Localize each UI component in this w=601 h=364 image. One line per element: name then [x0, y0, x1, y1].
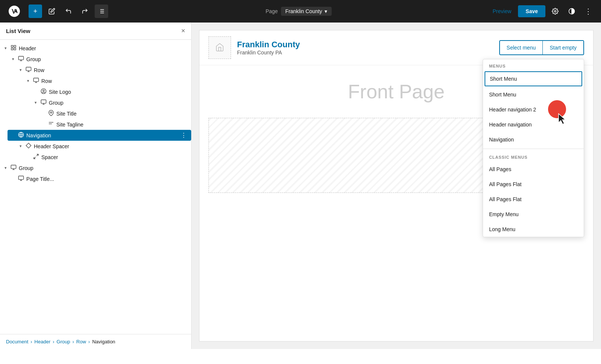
sidebar: List View × ▾ Header ▾ Group	[0, 23, 192, 349]
dropdown-item-empty-menu[interactable]: Empty Menu	[483, 207, 584, 222]
tree-item-spacer[interactable]: ▾ Spacer	[23, 152, 191, 162]
wp-logo	[6, 3, 23, 20]
chevron-icon: ▾	[3, 165, 8, 170]
tree-label: Group	[49, 100, 188, 106]
sidebar-header: List View ×	[0, 23, 191, 40]
tree-label: Site Logo	[49, 89, 188, 95]
chevron-icon: ▾	[3, 46, 8, 51]
dropdown-item-all-pages[interactable]: All Pages	[483, 162, 584, 177]
breadcrumb-document[interactable]: Document	[6, 339, 28, 344]
tree-label: Header Spacer	[34, 143, 188, 149]
tree: ▾ Header ▾ Group ▾ Row	[0, 40, 191, 334]
chevron-down-icon: ▾	[325, 8, 327, 14]
svg-line-32	[36, 154, 38, 156]
tree-label: Group	[26, 56, 188, 62]
add-block-button[interactable]: +	[29, 5, 42, 18]
tree-label: Spacer	[41, 154, 188, 160]
tree-item-navigation[interactable]: ▾ Navigation ⋮	[8, 130, 191, 141]
list-view-button[interactable]	[95, 5, 108, 18]
tree-item-site-logo[interactable]: ▾ Site Logo	[30, 86, 191, 97]
tree-item-site-tagline[interactable]: ▾ Site Tagline	[38, 119, 191, 130]
tree-label: Group	[19, 165, 188, 171]
tree-label: Site Title	[56, 111, 188, 117]
tree-item-site-title[interactable]: ▾ Site Title	[38, 108, 191, 119]
dropdown-item-all-pages-flat-1[interactable]: All Pages Flat	[483, 177, 584, 192]
topbar-center: Page Franklin County ▾	[111, 7, 486, 16]
dropdown-item-navigation[interactable]: Navigation	[483, 132, 584, 147]
svg-rect-9	[14, 45, 16, 47]
breadcrumb-navigation[interactable]: Navigation	[92, 339, 115, 344]
chevron-icon: ▾	[33, 100, 38, 105]
site-info: Franklin County Franklin County PA	[237, 40, 493, 56]
page-label: Page	[266, 8, 278, 14]
svg-line-33	[34, 157, 36, 159]
edit-button[interactable]	[45, 5, 59, 18]
front-page-text: Front Page	[348, 80, 444, 103]
dropdown-item-short-menu-2[interactable]: Short Menu	[483, 87, 584, 102]
tree-label: Row	[34, 67, 188, 73]
undo-button[interactable]	[62, 5, 75, 18]
dropdown-item-short-menu-1[interactable]: Short Menu	[485, 71, 582, 86]
menus-section-label: MENUS	[483, 59, 584, 71]
content-area: Franklin County Franklin County PA Selec…	[192, 23, 601, 349]
more-options-button[interactable]: ⋮	[581, 5, 595, 18]
settings-button[interactable]	[548, 5, 562, 18]
nav-wrapper: Select menu Start empty MENUS Short Menu…	[499, 40, 584, 55]
tree-item-page-title[interactable]: ▾ Page Title...	[8, 173, 191, 184]
preview-button[interactable]: Preview	[489, 6, 515, 17]
site-logo-box	[208, 36, 231, 59]
navigation-more-button[interactable]: ⋮	[179, 132, 188, 139]
svg-rect-11	[14, 48, 16, 50]
tree-item-group3[interactable]: ▾ Group	[0, 162, 191, 173]
svg-point-6	[554, 11, 556, 12]
svg-rect-8	[11, 45, 13, 47]
breadcrumb-group[interactable]: Group	[57, 339, 70, 344]
tree-label: Row	[41, 78, 188, 84]
svg-point-26	[50, 112, 52, 113]
tree-item-header[interactable]: ▾ Header	[0, 43, 191, 54]
breadcrumb-header[interactable]: Header	[35, 339, 51, 344]
chevron-icon: ▾	[18, 68, 23, 72]
layout-icon	[10, 164, 17, 171]
sidebar-title: List View	[6, 28, 30, 34]
svg-rect-10	[11, 48, 13, 50]
page-name-pill[interactable]: Franklin County ▾	[281, 7, 332, 16]
breadcrumb-row[interactable]: Row	[76, 339, 86, 344]
tree-item-header-spacer[interactable]: ▾ Header Spacer	[15, 141, 191, 152]
dropdown-item-long-menu[interactable]: Long Menu	[483, 222, 584, 237]
contrast-button[interactable]	[565, 5, 578, 18]
select-menu-button[interactable]: Select menu	[500, 41, 543, 54]
save-button[interactable]: Save	[518, 5, 545, 17]
tree-item-row1[interactable]: ▾ Row	[15, 65, 191, 75]
dropdown-item-header-nav[interactable]: Header navigation	[483, 117, 584, 132]
dropdown-separator	[483, 149, 584, 149]
nav-actions: Select menu Start empty	[499, 40, 584, 55]
tree-item-group2[interactable]: ▾ Group	[30, 97, 191, 108]
dropdown-item-all-pages-flat-2[interactable]: All Pages Flat	[483, 192, 584, 207]
layout-icon	[17, 175, 25, 182]
lines-icon	[47, 121, 55, 128]
chevron-icon: ▾	[26, 78, 31, 83]
pin-icon	[47, 110, 55, 117]
layout-icon	[32, 77, 40, 84]
breadcrumb: Document › Header › Group › Row › Naviga…	[0, 334, 191, 349]
sidebar-close-button[interactable]: ×	[181, 27, 185, 35]
layout-icon	[25, 66, 32, 74]
redo-button[interactable]	[78, 5, 92, 18]
tree-label: Page Title...	[26, 176, 188, 182]
grid-icon	[10, 45, 17, 52]
svg-rect-18	[33, 78, 38, 81]
svg-marker-31	[26, 143, 31, 148]
dropdown-item-header-nav-2[interactable]: Header navigation 2	[483, 102, 584, 117]
tree-item-group1[interactable]: ▾ Group	[8, 54, 191, 65]
svg-rect-37	[18, 176, 23, 179]
arrow-diagonal-icon	[32, 153, 40, 161]
layout-icon	[17, 56, 25, 63]
site-name[interactable]: Franklin County	[237, 40, 493, 50]
tree-item-row2[interactable]: ▾ Row	[23, 75, 191, 86]
chevron-icon: ▾	[11, 57, 16, 62]
svg-rect-15	[26, 67, 31, 71]
svg-rect-12	[18, 56, 23, 60]
start-empty-button[interactable]: Start empty	[543, 41, 583, 54]
tree-label: Site Tagline	[56, 122, 188, 128]
